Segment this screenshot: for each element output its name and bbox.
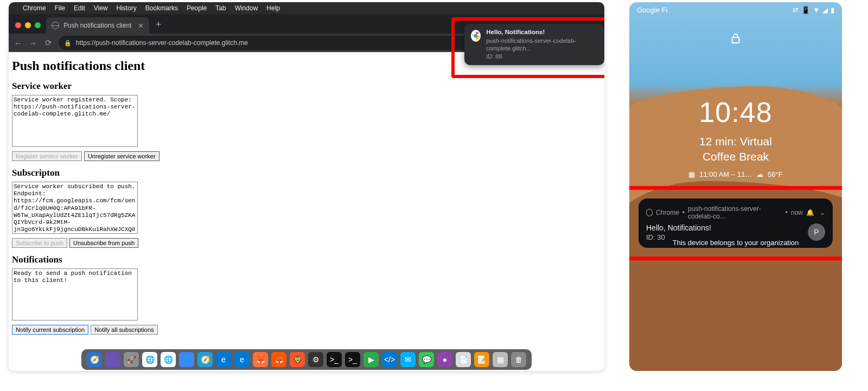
unregister-sw-button[interactable]: Unregister service worker bbox=[84, 151, 159, 161]
svg-rect-2 bbox=[732, 37, 739, 43]
dock-app-icon[interactable]: 🦊 bbox=[271, 352, 286, 367]
dock-app-icon[interactable]: 💬 bbox=[419, 352, 434, 367]
fullscreen-window-icon[interactable] bbox=[35, 22, 41, 28]
menu-edit[interactable]: Edit bbox=[74, 4, 85, 12]
subscribe-button: Subscribe to push bbox=[12, 238, 67, 248]
mac-menubar: Chrome File Edit View History Bookmarks … bbox=[9, 2, 604, 14]
nav-reload-icon[interactable]: ⟳ bbox=[43, 38, 53, 48]
menu-history[interactable]: History bbox=[117, 4, 137, 12]
window-traffic-lights[interactable] bbox=[15, 22, 41, 28]
page-content: Push notifications client Service worker… bbox=[9, 52, 604, 350]
notifications-heading: Notifications bbox=[12, 254, 601, 265]
chrome-app-icon bbox=[471, 30, 481, 42]
dock-app-icon[interactable]: >_ bbox=[345, 352, 360, 367]
event-line1: 12 min: Virtual bbox=[629, 134, 842, 149]
dock-app-icon[interactable]: 🌐 bbox=[179, 352, 194, 367]
android-notification-highlight: Chrome • push-notifications-server-codel… bbox=[629, 186, 842, 260]
desktop-notif-title: Hello, Notifications! bbox=[486, 28, 598, 37]
android-notif-title: Hello, Notifications! bbox=[646, 223, 711, 232]
menu-bookmarks[interactable]: Bookmarks bbox=[145, 4, 178, 12]
chevron-down-icon[interactable]: ⌄ bbox=[820, 209, 825, 216]
omnibox-url: https://push-notifications-server-codela… bbox=[76, 39, 248, 47]
dock-app-icon[interactable]: ▦ bbox=[493, 352, 508, 367]
event-line2: Coffee Break bbox=[629, 149, 842, 164]
lock-icon bbox=[629, 33, 842, 47]
tab-favicon-icon bbox=[52, 22, 59, 29]
calendar-icon: ▦ bbox=[688, 170, 695, 178]
wifi-icon: ▼ bbox=[813, 6, 820, 14]
subscription-heading: Subscripton bbox=[12, 168, 601, 178]
android-lockscreen: Google Fi ⇄ 📳 ▼ ◢ ▮ 10:48 12 min: Virtua… bbox=[629, 2, 842, 371]
dock-app-icon[interactable]: e bbox=[216, 352, 231, 367]
dock-app-icon[interactable]: 🗑 bbox=[511, 352, 526, 367]
dock-app-icon[interactable]: ● bbox=[437, 352, 452, 367]
dock-app-icon[interactable]: ✉ bbox=[400, 352, 416, 367]
menu-window[interactable]: Window bbox=[235, 4, 258, 12]
macos-browser-window: Chrome File Edit View History Bookmarks … bbox=[9, 2, 604, 371]
menu-tab[interactable]: Tab bbox=[215, 4, 226, 12]
notify-current-button[interactable]: Notify current subscription bbox=[12, 325, 88, 335]
android-statusbar: Google Fi ⇄ 📳 ▼ ◢ ▮ bbox=[629, 2, 842, 17]
subscription-textarea[interactable]: Service worker subscribed to push. Endpo… bbox=[12, 182, 138, 234]
desktop-notification-highlight: Hello, Notifications! push-notifications… bbox=[451, 17, 604, 78]
sw-heading: Service worker bbox=[12, 81, 601, 92]
sw-status-textarea[interactable]: Service worker registered. Scope: https:… bbox=[12, 95, 138, 147]
menu-view[interactable]: View bbox=[94, 4, 108, 12]
close-window-icon[interactable] bbox=[15, 22, 21, 28]
menu-people[interactable]: People bbox=[187, 4, 207, 12]
desktop-notif-source: push-notifications-server-codelab-comple… bbox=[486, 37, 598, 53]
menu-help[interactable]: Help bbox=[266, 4, 280, 12]
minimize-window-icon[interactable] bbox=[25, 22, 31, 28]
lockscreen-clock: 10:48 bbox=[629, 96, 842, 129]
menu-file[interactable]: File bbox=[55, 4, 65, 12]
battery-icon: ▮ bbox=[831, 6, 834, 14]
notif-when: now bbox=[791, 209, 803, 216]
tab-title: Push notifications client bbox=[63, 22, 131, 29]
notif-app-name: Chrome bbox=[656, 209, 679, 216]
vibrate-icon: 📳 bbox=[801, 6, 810, 14]
calendar-event: 12 min: Virtual Coffee Break bbox=[629, 134, 842, 165]
desktop-notif-body: ID: 88 bbox=[486, 53, 598, 61]
carrier-label: Google Fi bbox=[637, 6, 667, 14]
weather-icon: ☁ bbox=[756, 170, 763, 178]
dock-app-icon[interactable]: 📄 bbox=[456, 352, 471, 367]
dock-app-icon[interactable]: 🚀 bbox=[124, 352, 139, 367]
bell-icon[interactable]: 🔔 bbox=[806, 209, 814, 216]
lockscreen-meta: ▦ 11:00 AM – 11… ☁ 56°F bbox=[629, 170, 842, 178]
notif-source: push-notifications-server-codelab-co… bbox=[688, 205, 782, 220]
dot-sep: • bbox=[786, 209, 788, 216]
unsubscribe-button[interactable]: Unsubscribe from push bbox=[69, 238, 138, 248]
signal-icon: ◢ bbox=[822, 6, 828, 14]
nav-forward-icon[interactable]: → bbox=[28, 39, 38, 48]
lock-icon: 🔒 bbox=[64, 40, 72, 47]
dock-app-icon[interactable]: >_ bbox=[327, 352, 342, 367]
notify-all-button[interactable]: Notify all subscriptions bbox=[91, 325, 157, 335]
dock-app-icon[interactable]: 🧭 bbox=[87, 352, 102, 367]
chrome-small-icon bbox=[646, 209, 653, 216]
new-tab-button[interactable]: + bbox=[156, 19, 162, 30]
dock-app-icon[interactable]: </> bbox=[382, 352, 397, 367]
weather-temp: 56°F bbox=[768, 170, 783, 178]
dock-app-icon[interactable]: 🦊 bbox=[253, 352, 268, 367]
macos-dock[interactable]: 🧭🎵🚀🌐🌐🌐🧭ee🦊🦊🦁⚙>_>_▶</>✉💬●📄📝▦🗑 bbox=[81, 349, 532, 370]
dot-sep: • bbox=[682, 209, 685, 216]
dock-app-icon[interactable]: 🌐 bbox=[161, 352, 176, 367]
dock-app-icon[interactable]: 🦁 bbox=[290, 352, 305, 367]
browser-tab[interactable]: Push notifications client ✕ bbox=[46, 17, 149, 34]
dock-app-icon[interactable]: ▶ bbox=[363, 352, 379, 367]
register-sw-button: Register service worker bbox=[12, 151, 82, 161]
dock-app-icon[interactable]: 🎵 bbox=[105, 352, 120, 367]
dock-app-icon[interactable]: ⚙ bbox=[308, 352, 323, 367]
desktop-notification[interactable]: Hello, Notifications! push-notifications… bbox=[464, 24, 604, 65]
nearby-icon: ⇄ bbox=[793, 6, 799, 14]
org-ownership-label: This device belongs to your organization bbox=[629, 239, 842, 247]
tab-close-icon[interactable]: ✕ bbox=[138, 22, 144, 30]
event-time: 11:00 AM – 11… bbox=[699, 170, 752, 178]
notifications-textarea[interactable]: Ready to send a push notification to thi… bbox=[12, 268, 138, 321]
dock-app-icon[interactable]: 📝 bbox=[474, 352, 489, 367]
menu-chrome[interactable]: Chrome bbox=[23, 4, 46, 12]
dock-app-icon[interactable]: 🧭 bbox=[197, 352, 213, 367]
nav-back-icon[interactable]: ← bbox=[13, 39, 23, 48]
dock-app-icon[interactable]: e bbox=[234, 352, 250, 367]
dock-app-icon[interactable]: 🌐 bbox=[142, 352, 157, 367]
